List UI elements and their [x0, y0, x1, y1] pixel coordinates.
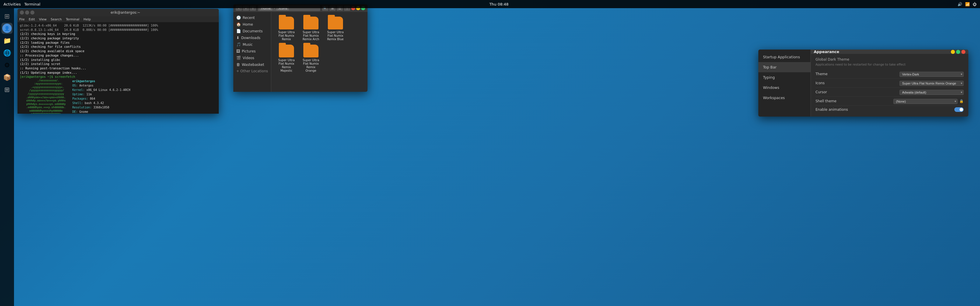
terminal-titlebar: erik@antergos:~ [18, 9, 219, 16]
fm-folder-3[interactable]: Super UltraFlat NumixRemixMajestic [276, 44, 297, 73]
term-prompt-1: [erik@antergos ~]$ screenfetch [20, 75, 216, 79]
dock-item-settings[interactable]: ⚙ [2, 59, 13, 71]
appearance-theme-select[interactable]: Vertex-Dark [899, 72, 964, 77]
appearance-title: Appearance [814, 49, 839, 54]
appearance-minimize-button[interactable] [951, 50, 955, 54]
terminal-win-ctrl-dot2[interactable] [25, 11, 29, 14]
shell-lock-icon: 🔒 [959, 99, 964, 103]
terminal-sysinfo: erik@antergos OS: Antergos Kernel: x86_6… [69, 79, 216, 114]
appearance-section-title: Global Dark Theme [816, 57, 964, 62]
terminal-window-controls [20, 11, 34, 14]
fm-folder-4[interactable]: Super UltraFlat NumixRemixOrange [301, 44, 321, 73]
fm-sidebar-wastebasket[interactable]: 🗑 Wastebasket [233, 61, 271, 68]
dock: ⊞ 👤 📁 🌐 ⚙ 📦 ⊞ [0, 8, 14, 306]
appearance-theme-row: Theme Vertex-Dark [816, 70, 964, 79]
network-icon[interactable]: 📶 [965, 2, 970, 6]
appearance-animations-toggle[interactable] [955, 107, 964, 112]
appearance-sidebar: Startup Applications Top Bar Typing Wind… [758, 49, 811, 117]
ap-sidebar-topbar[interactable]: Top Bar [758, 62, 811, 72]
terminal-menu-terminal[interactable]: Terminal [66, 17, 80, 21]
appearance-maximize-button[interactable] [956, 50, 960, 54]
folder-label-3: Super UltraFlat NumixRemixMajestic [278, 59, 295, 73]
terminal-menu-help[interactable]: Help [83, 17, 91, 21]
folder-icon-0 [279, 17, 294, 29]
volume-icon[interactable]: 🔊 [958, 2, 962, 6]
ap-sidebar-workspaces[interactable]: Workspaces [758, 93, 811, 103]
term-line-1: glibc-1.2.4-6-x86_64 20.6 KiB 1213K/s 00… [20, 23, 216, 28]
terminal-menu-search[interactable]: Search [51, 17, 62, 21]
appearance-icons-select[interactable]: Super Ultra Flat Numix Remix Orange [899, 81, 964, 86]
ap-sidebar-windows[interactable]: Windows [758, 82, 811, 93]
appearance-icons-value: Super Ultra Flat Numix Remix Orange [899, 80, 964, 86]
dock-item-browser[interactable]: 🌐 [2, 47, 13, 58]
term-line-6: (2/2) checking for file conflicts [20, 44, 216, 49]
fm-sidebar-documents-label: Documents [243, 29, 262, 33]
file-manager-window: ‹ › ↑ Home › .icons 🔍 ⊞ ☰ ⋮ 🕐 Recent 🏠 [233, 5, 368, 92]
appearance-shell-row: Shell theme (None) 🔒 [816, 97, 964, 106]
wastebasket-icon: 🗑 [236, 62, 240, 67]
appearance-animations-label: Enable animations [816, 108, 848, 112]
fm-sidebar-pictures-label: Pictures [242, 49, 256, 53]
appearance-titlebar: Appearance [811, 49, 968, 54]
appearance-subtitle: Applications need to be restarted for ch… [816, 63, 964, 66]
terminal-win-ctrl-dot3[interactable] [30, 11, 34, 14]
appearance-cursor-value: Adwaita (default) [899, 89, 964, 95]
term-line-7: (2/2) checking available disk space [20, 49, 216, 53]
terminal-menu-view[interactable]: View [39, 17, 47, 21]
fm-sidebar-videos[interactable]: 🎬 Videos [233, 54, 271, 61]
folder-label-4: Super UltraFlat NumixRemixOrange [303, 59, 320, 73]
recent-icon: 🕐 [236, 16, 241, 20]
terminal-menu-edit[interactable]: Edit [29, 17, 35, 21]
music-icon: 🎵 [236, 42, 241, 47]
fm-sidebar-videos-label: Videos [243, 56, 255, 60]
dock-item-user[interactable]: 👤 [2, 23, 13, 34]
folder-icon-3 [279, 44, 294, 57]
activities-button[interactable]: Activities [3, 2, 21, 6]
power-icon[interactable]: ⏻ [973, 2, 977, 6]
terminal-screenfetch-output: ./osssssssso/. :oyyssssssssssyyo: .+yyyy… [20, 79, 216, 114]
appearance-icons-select-wrap: Super Ultra Flat Numix Remix Orange [899, 80, 964, 86]
fm-sidebar-recent[interactable]: 🕐 Recent [233, 14, 271, 21]
term-line-11: :: Running post-transaction hooks... [20, 66, 216, 71]
folder-label-0: Super UltraFlat NumixRemix [278, 30, 295, 41]
term-line-4: (2/2) checking package integrity [20, 36, 216, 41]
dock-item-packages[interactable]: 📦 [2, 72, 13, 83]
ap-sidebar-typing[interactable]: Typing [758, 72, 811, 82]
fm-sidebar-documents[interactable]: 📄 Documents [233, 28, 271, 34]
fm-sidebar: 🕐 Recent 🏠 Home 📄 Documents ⬇ Downloads … [233, 12, 271, 92]
appearance-close-button[interactable] [961, 50, 966, 54]
fm-sidebar-home[interactable]: 🏠 Home [233, 21, 271, 28]
fm-sidebar-music-label: Music [243, 43, 253, 47]
fm-folder-2[interactable]: Super UltraFlat NumixRemix Blue [325, 17, 346, 41]
appearance-shell-select[interactable]: (None) [893, 99, 958, 104]
appearance-shell-value: (None) 🔒 [893, 98, 964, 104]
dock-item-files[interactable]: 📁 [2, 35, 13, 46]
terminal-win-ctrl-dot1[interactable] [20, 11, 24, 14]
folder-label-2: Super UltraFlat NumixRemix Blue [327, 30, 344, 41]
terminal-body[interactable]: glibc-1.2.4-6-x86_64 20.6 KiB 1213K/s 00… [18, 22, 219, 114]
appearance-icons-label: Icons [816, 81, 824, 85]
fm-sidebar-music[interactable]: 🎵 Music [233, 41, 271, 48]
term-line-3: (2/2) checking keys in keyring [20, 32, 216, 36]
fm-sidebar-other-locations[interactable]: + Other Locations [233, 68, 271, 75]
appearance-panel: Startup Applications Top Bar Typing Wind… [758, 49, 968, 117]
term-line-2: scrot-0.8.13-1-x86_64 14.8 KiB 0.008/s 0… [20, 28, 216, 32]
terminal-menu[interactable]: Terminal [24, 2, 40, 6]
appearance-cursor-select[interactable]: Adwaita (default) [899, 90, 964, 95]
terminal-menu-file[interactable]: File [19, 17, 24, 21]
top-bar: Activities Terminal Thu 08:48 🔊 📶 ⏻ [0, 0, 980, 8]
user-avatar: 👤 [2, 24, 12, 33]
appearance-content: Global Dark Theme Applications need to b… [811, 54, 968, 117]
top-bar-right: 🔊 📶 ⏻ [958, 2, 977, 6]
appearance-theme-value: Vertex-Dark [899, 71, 964, 77]
dock-item-apps[interactable]: ⊞ [2, 11, 13, 22]
folder-icon-2 [328, 17, 343, 29]
fm-sidebar-downloads[interactable]: ⬇ Downloads [233, 34, 271, 41]
other-locations-label: + Other Locations [236, 69, 268, 73]
appearance-cursor-label: Cursor [816, 90, 827, 94]
fm-folder-0[interactable]: Super UltraFlat NumixRemix [276, 17, 297, 41]
dock-item-grid[interactable]: ⊞ [2, 84, 13, 95]
fm-folder-1[interactable]: Super UltraFlat NumixRemix Arch [301, 17, 321, 41]
ap-sidebar-startup[interactable]: Startup Applications [758, 52, 811, 62]
fm-sidebar-pictures[interactable]: 🖼 Pictures [233, 48, 271, 54]
